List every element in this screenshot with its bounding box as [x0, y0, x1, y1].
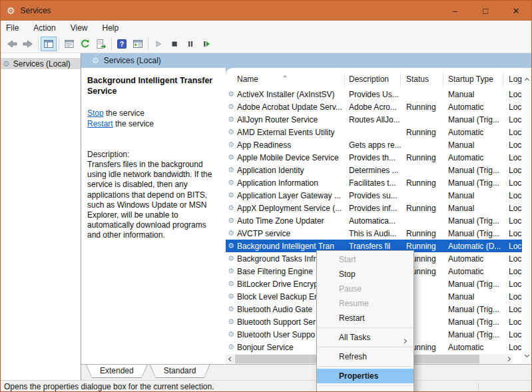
service-status: Running [401, 178, 443, 188]
service-gear-icon: ⚙ [228, 255, 234, 262]
scroll-left-icon[interactable] [226, 357, 235, 361]
service-description: Provides inf... [345, 204, 401, 213]
service-gear-icon: ⚙ [228, 318, 234, 325]
export-list-icon[interactable] [93, 37, 109, 51]
stop-service-icon[interactable] [166, 37, 182, 51]
refresh-icon[interactable] [77, 37, 93, 51]
table-row[interactable]: ⚙Auto Time Zone Updater Automatica... Ma… [226, 214, 522, 227]
tree-item-label: Services (Local) [13, 59, 71, 69]
restart-service-link[interactable]: Restart [87, 119, 113, 128]
service-log-on-as: Loc [503, 254, 522, 264]
show-console-tree-icon[interactable] [41, 37, 57, 51]
service-log-on-as: Loc [503, 343, 522, 352]
show-action-pane-icon[interactable] [130, 37, 146, 51]
table-row[interactable]: ⚙AppX Deployment Service (... Provides i… [226, 202, 522, 214]
tree-item-services-local[interactable]: ⚙ Services (Local) [1, 58, 81, 69]
service-description: Routes AllJo... [345, 115, 401, 124]
service-startup-type: Automatic (D... [443, 242, 503, 251]
table-row[interactable]: ⚙AVCTP service This is Audi... Running M… [226, 227, 522, 240]
start-service-icon[interactable] [150, 37, 166, 51]
service-startup-type: Automatic [443, 128, 503, 137]
service-gear-icon: ⚙ [228, 204, 234, 212]
context-menu-item-pause[interactable]: Pause [317, 282, 413, 296]
service-name: Application Information [237, 178, 318, 188]
close-button[interactable]: ✕ [501, 1, 531, 21]
service-log-on-as: Loc [503, 330, 522, 339]
column-header-log-on-as[interactable]: Log [503, 73, 522, 88]
table-row[interactable]: ⚙Application Information Facilitates t..… [226, 176, 522, 189]
tab-standard[interactable]: Standard [150, 365, 210, 378]
tab-extended[interactable]: Extended [86, 365, 148, 378]
context-menu-item-all-tasks[interactable]: All Tasks [317, 330, 413, 345]
service-startup-type: Manual (Trig... [443, 305, 503, 314]
panel-body: Background Intelligent Transfer Service … [81, 68, 531, 364]
service-gear-icon: ⚙ [228, 128, 234, 136]
service-gear-icon: ⚙ [228, 293, 234, 300]
service-name: Adobe Acrobat Update Serv... [237, 102, 342, 112]
service-status: Running [401, 128, 443, 137]
service-name: ActiveX Installer (AxInstSV) [237, 90, 335, 99]
service-name: AVCTP service [237, 229, 290, 238]
properties-icon[interactable] [61, 37, 77, 51]
maximize-button[interactable]: □ [470, 1, 501, 21]
pause-service-icon[interactable] [182, 37, 198, 51]
vertical-scrollbar[interactable] [522, 68, 531, 364]
back-icon[interactable] [4, 37, 20, 51]
service-name: Bonjour Service [237, 343, 294, 352]
scroll-right-icon[interactable] [503, 357, 513, 361]
context-menu-item-help[interactable]: Help [317, 388, 413, 392]
table-row[interactable]: ⚙AMD External Events Utility Running Aut… [226, 126, 522, 138]
menu-file[interactable]: File [1, 21, 26, 35]
restart-link-rest: the service [113, 119, 154, 128]
status-bar-divider [478, 383, 479, 391]
svg-text:?: ? [120, 40, 124, 48]
column-header-status[interactable]: Status [401, 73, 443, 88]
scroll-down-icon[interactable] [525, 347, 529, 359]
service-startup-type: Manual [443, 90, 503, 99]
restart-service-icon[interactable] [198, 37, 214, 51]
context-menu-separator [318, 347, 412, 347]
context-menu-item-restart[interactable]: Restart [317, 311, 413, 325]
table-row[interactable]: ⚙Apple Mobile Device Service Provides th… [226, 151, 522, 164]
context-menu-item-properties[interactable]: Properties [317, 369, 413, 383]
toolbar-separator [148, 38, 148, 50]
column-header-startup-type[interactable]: Startup Type [443, 73, 503, 88]
service-startup-type: Manual (Trig... [443, 280, 503, 289]
context-menu-item-refresh[interactable]: Refresh [317, 349, 413, 364]
table-row[interactable]: ⚙Application Layer Gateway ... Provides … [226, 189, 522, 202]
table-row[interactable]: ⚙Adobe Acrobat Update Serv... Adobe Acro… [226, 100, 522, 113]
table-row[interactable]: ⚙ActiveX Installer (AxInstSV) Provides U… [226, 88, 522, 100]
scroll-up-icon[interactable] [525, 73, 529, 85]
service-startup-type: Automatic [443, 267, 503, 276]
menu-help[interactable]: Help [95, 21, 127, 35]
menu-view[interactable]: View [63, 21, 95, 35]
service-description: Provides th... [345, 153, 401, 162]
context-menu-item-stop[interactable]: Stop [317, 267, 413, 282]
stop-service-link[interactable]: Stop [87, 108, 104, 118]
service-gear-icon: ⚙ [228, 103, 234, 110]
table-row[interactable]: ⚙App Readiness Gets apps re... Manual Lo… [226, 138, 522, 151]
table-row[interactable]: ⚙AllJoyn Router Service Routes AllJo... … [226, 113, 522, 126]
column-header-description[interactable]: Description [345, 73, 401, 88]
service-description: Determines ... [345, 166, 401, 175]
service-log-on-as: Loc [503, 216, 522, 226]
services-gear-icon: ⚙ [7, 6, 15, 15]
minimize-button[interactable]: – [439, 1, 470, 21]
table-row[interactable]: ⚙Application Identity Determines ... Man… [226, 164, 522, 176]
service-name: Application Identity [237, 166, 304, 175]
help-icon[interactable]: ? [114, 37, 130, 51]
service-log-on-as: Loc [503, 204, 522, 213]
service-startup-type: Automatic [443, 254, 503, 264]
service-log-on-as: Loc [503, 90, 522, 99]
context-menu-item-start[interactable]: Start [317, 252, 413, 267]
service-name: App Readiness [237, 140, 291, 150]
service-description: Transfers fil [345, 242, 401, 251]
service-gear-icon: ⚙ [228, 242, 234, 250]
context-menu-item-resume[interactable]: Resume [317, 296, 413, 311]
forward-icon[interactable] [20, 37, 36, 51]
service-log-on-as: Loc [503, 267, 522, 276]
service-name: Base Filtering Engine [237, 267, 313, 276]
service-description: Provides Us... [345, 90, 401, 99]
menu-action[interactable]: Action [26, 21, 63, 35]
context-menu-separator [318, 327, 412, 328]
